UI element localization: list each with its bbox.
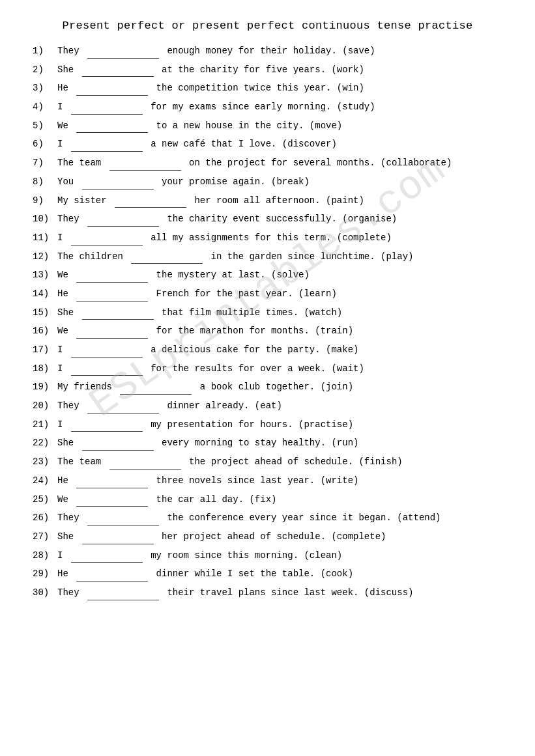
list-item: 9)My sister her room all afternoon. (pai… [33, 193, 502, 208]
answer-blank [76, 81, 148, 96]
item-number: 26) [33, 511, 57, 525]
answer-blank [87, 585, 159, 600]
answer-blank [115, 193, 186, 208]
list-item: 10)They the charity event successfully. … [33, 212, 502, 227]
list-item: 17)I a delicious cake for the party. (ma… [33, 343, 502, 357]
answer-blank [87, 399, 159, 413]
item-sentence: They the charity event successfully. (or… [57, 212, 502, 227]
item-sentence: The team on the project for several mont… [57, 156, 502, 171]
answer-blank [71, 231, 143, 245]
list-item: 27)She her project ahead of schedule. (c… [33, 529, 502, 544]
list-item: 12)The children in the garden since lunc… [33, 249, 502, 264]
item-number: 13) [33, 268, 57, 283]
answer-blank [71, 343, 143, 357]
answer-blank [82, 175, 154, 189]
item-number: 24) [33, 474, 57, 488]
list-item: 5)We to a new house in the city. (move) [33, 119, 502, 133]
item-number: 9) [33, 194, 57, 208]
answer-blank [76, 567, 148, 581]
answer-blank [120, 380, 192, 395]
answer-blank [76, 324, 148, 339]
item-sentence: We the car all day. (fix) [57, 492, 502, 507]
list-item: 6)I a new café that I love. (discover) [33, 137, 502, 152]
answer-blank [87, 212, 159, 227]
item-number: 4) [33, 100, 57, 115]
item-sentence: I for the results for over a week. (wait… [57, 361, 502, 376]
list-item: 1)They enough money for their holiday. (… [33, 44, 502, 59]
answer-blank [71, 417, 143, 432]
list-item: 3)He the competition twice this year. (w… [33, 81, 502, 96]
answer-blank [82, 305, 154, 320]
item-number: 6) [33, 137, 57, 152]
list-item: 2)She at the charity for five years. (wo… [33, 63, 502, 77]
answer-blank [71, 137, 143, 152]
item-number: 2) [33, 63, 57, 77]
item-sentence: He three novels since last year. (write) [57, 473, 502, 488]
answer-blank [76, 287, 148, 301]
list-item: 30)They their travel plans since last we… [33, 585, 502, 600]
list-item: 8)You your promise again. (break) [33, 175, 502, 189]
item-number: 21) [33, 418, 57, 432]
answer-blank [76, 268, 148, 283]
item-sentence: The team the project ahead of schedule. … [57, 455, 502, 469]
item-sentence: We the mystery at last. (solve) [57, 268, 502, 283]
answer-blank [82, 436, 154, 451]
item-sentence: She at the charity for five years. (work… [57, 63, 502, 77]
item-sentence: My sister her room all afternoon. (paint… [57, 193, 502, 208]
item-number: 23) [33, 455, 57, 469]
exercise-list: 1)They enough money for their holiday. (… [33, 44, 502, 600]
item-number: 29) [33, 567, 57, 581]
item-sentence: I for my exams since early morning. (stu… [57, 100, 502, 115]
item-sentence: You your promise again. (break) [57, 175, 502, 189]
item-number: 17) [33, 343, 57, 357]
list-item: 13)We the mystery at last. (solve) [33, 268, 502, 283]
answer-blank [76, 492, 148, 507]
item-number: 5) [33, 119, 57, 133]
item-sentence: She every morning to stay healthy. (run) [57, 436, 502, 451]
item-number: 10) [33, 212, 57, 227]
item-sentence: He French for the past year. (learn) [57, 287, 502, 301]
answer-blank [109, 455, 181, 469]
list-item: 25)We the car all day. (fix) [33, 492, 502, 507]
item-number: 28) [33, 549, 57, 563]
list-item: 22)She every morning to stay healthy. (r… [33, 436, 502, 451]
answer-blank [87, 44, 159, 59]
item-number: 14) [33, 287, 57, 301]
answer-blank [76, 119, 148, 133]
item-sentence: I a delicious cake for the party. (make) [57, 343, 502, 357]
list-item: 4)I for my exams since early morning. (s… [33, 100, 502, 115]
item-sentence: I all my assignments for this term. (com… [57, 231, 502, 245]
item-number: 22) [33, 436, 57, 451]
item-sentence: We to a new house in the city. (move) [57, 119, 502, 133]
item-sentence: She her project ahead of schedule. (comp… [57, 529, 502, 544]
list-item: 23)The team the project ahead of schedul… [33, 455, 502, 469]
item-number: 18) [33, 362, 57, 376]
item-number: 12) [33, 250, 57, 264]
item-sentence: I my room since this morning. (clean) [57, 548, 502, 563]
item-sentence: My friends a book club together. (join) [57, 380, 502, 395]
answer-blank [82, 529, 154, 544]
list-item: 21)I my presentation for hours. (practis… [33, 417, 502, 432]
item-number: 8) [33, 175, 57, 189]
item-sentence: They their travel plans since last week.… [57, 585, 502, 600]
item-number: 30) [33, 586, 57, 600]
item-number: 25) [33, 493, 57, 507]
item-sentence: They enough money for their holiday. (sa… [57, 44, 502, 59]
list-item: 26)They the conference every year since … [33, 511, 502, 525]
answer-blank [131, 249, 203, 264]
item-number: 15) [33, 306, 57, 320]
answer-blank [82, 63, 154, 77]
list-item: 24)He three novels since last year. (wri… [33, 473, 502, 488]
list-item: 20)They dinner already. (eat) [33, 399, 502, 413]
item-number: 20) [33, 399, 57, 413]
list-item: 16)We for the marathon for months. (trai… [33, 324, 502, 339]
item-number: 11) [33, 231, 57, 245]
item-sentence: They the conference every year since it … [57, 511, 502, 525]
item-number: 19) [33, 380, 57, 395]
list-item: 28)I my room since this morning. (clean) [33, 548, 502, 563]
item-number: 7) [33, 156, 57, 171]
item-sentence: The children in the garden since lunchti… [57, 249, 502, 264]
answer-blank [76, 473, 148, 488]
list-item: 7)The team on the project for several mo… [33, 156, 502, 171]
item-sentence: She that film multiple times. (watch) [57, 305, 502, 320]
